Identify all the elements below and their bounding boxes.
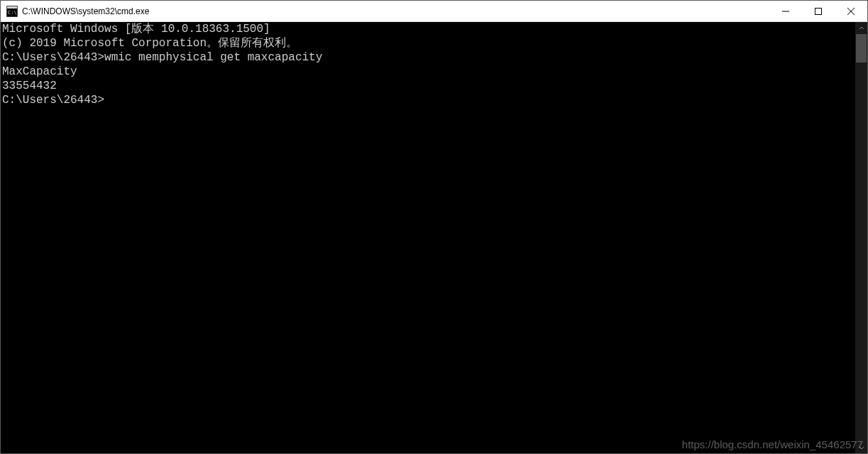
console-prompt-line: C:\Users\26443> <box>2 93 854 107</box>
svg-rect-1 <box>7 6 17 9</box>
console-prompt-line: C:\Users\26443>wmic memphysical get maxc… <box>2 50 854 65</box>
titlebar[interactable]: C:\ C:\WINDOWS\system32\cmd.exe <box>1 1 867 22</box>
window-title: C:\WINDOWS\system32\cmd.exe <box>22 6 769 16</box>
maximize-button[interactable] <box>802 1 835 21</box>
window-controls <box>769 1 867 21</box>
maximize-icon <box>815 8 822 15</box>
close-button[interactable] <box>835 1 867 21</box>
chevron-down-icon <box>859 445 864 450</box>
console-line: (c) 2019 Microsoft Corporation。保留所有权利。 <box>2 36 854 50</box>
output-header: MaxCapacity <box>2 65 854 79</box>
svg-text:C:\: C:\ <box>8 10 17 16</box>
typed-command: wmic memphysical get maxcapacity <box>104 51 322 64</box>
minimize-icon <box>782 8 789 15</box>
minimize-button[interactable] <box>769 1 802 21</box>
console-area: Microsoft Windows [版本 10.0.18363.1500](c… <box>1 22 867 453</box>
console-line: Microsoft Windows [版本 10.0.18363.1500] <box>2 22 854 36</box>
chevron-up-icon <box>859 26 864 31</box>
output-value: 33554432 <box>2 79 854 93</box>
close-icon <box>847 8 855 15</box>
cmd-icon: C:\ <box>6 6 18 17</box>
prompt-path: C:\Users\26443> <box>2 51 104 64</box>
vertical-scrollbar[interactable] <box>855 22 867 453</box>
scroll-down-button[interactable] <box>855 441 867 453</box>
console-output[interactable]: Microsoft Windows [版本 10.0.18363.1500](c… <box>1 22 855 453</box>
svg-rect-4 <box>815 8 822 14</box>
scroll-up-button[interactable] <box>855 22 867 34</box>
prompt-path: C:\Users\26443> <box>2 94 104 107</box>
cmd-window: C:\ C:\WINDOWS\system32\cmd.exe <box>0 0 868 454</box>
scroll-thumb[interactable] <box>856 34 867 63</box>
